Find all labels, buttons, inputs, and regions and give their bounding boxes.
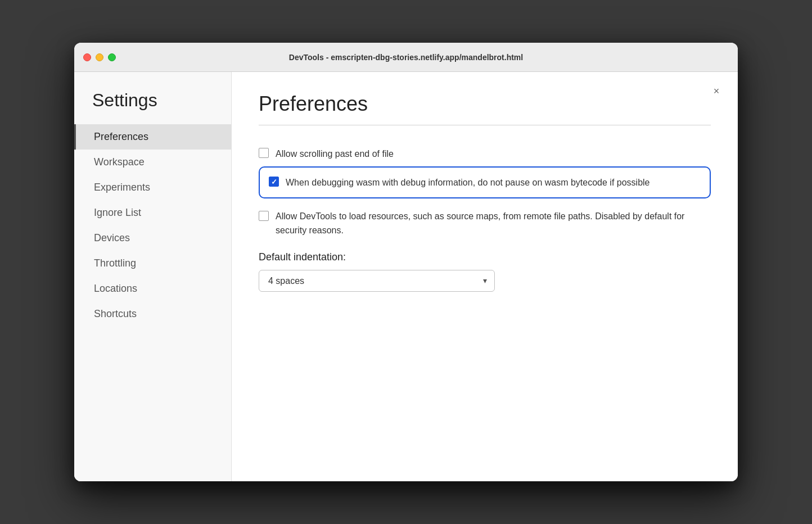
sidebar-item-experiments[interactable]: Experiments <box>74 175 231 200</box>
wasm-debug-checkbox-wrapper <box>269 175 279 187</box>
indentation-select-wrapper: 2 spaces 4 spaces 8 spaces Tab character… <box>259 270 495 292</box>
indentation-label: Default indentation: <box>259 251 711 263</box>
sidebar-item-throttling[interactable]: Throttling <box>74 251 231 276</box>
source-maps-row: Allow DevTools to load resources, such a… <box>259 210 711 238</box>
sidebar-item-ignore-list[interactable]: Ignore List <box>74 200 231 225</box>
settings-heading: Settings <box>74 90 231 124</box>
traffic-lights <box>83 53 116 61</box>
wasm-debug-row: When debugging wasm with debug informati… <box>259 166 711 198</box>
source-maps-checkbox[interactable] <box>259 211 269 221</box>
window-title: DevTools - emscripten-dbg-stories.netlif… <box>289 53 523 62</box>
settings-sidebar: Settings Preferences Workspace Experimen… <box>74 72 232 481</box>
allow-scrolling-checkbox-wrapper <box>259 147 269 158</box>
indentation-section: Default indentation: 2 spaces 4 spaces 8… <box>259 251 711 292</box>
devtools-window: DevTools - emscripten-dbg-stories.netlif… <box>74 43 738 481</box>
sidebar-item-shortcuts[interactable]: Shortcuts <box>74 301 231 327</box>
sidebar-item-devices[interactable]: Devices <box>74 225 231 251</box>
wasm-debug-checkbox[interactable] <box>269 177 279 187</box>
close-button[interactable]: × <box>709 83 724 99</box>
title-bar: DevTools - emscripten-dbg-stories.netlif… <box>74 43 738 72</box>
source-maps-checkbox-wrapper <box>259 210 269 221</box>
section-title: Preferences <box>259 92 711 116</box>
section-divider <box>259 125 711 125</box>
allow-scrolling-row: Allow scrolling past end of file <box>259 141 711 166</box>
maximize-traffic-light[interactable] <box>108 53 116 61</box>
wasm-debug-label: When debugging wasm with debug informati… <box>286 175 650 189</box>
window-body: Settings Preferences Workspace Experimen… <box>74 72 738 481</box>
close-traffic-light[interactable] <box>83 53 91 61</box>
allow-scrolling-checkbox[interactable] <box>259 148 269 158</box>
sidebar-item-preferences[interactable]: Preferences <box>74 124 231 150</box>
allow-scrolling-label: Allow scrolling past end of file <box>276 147 394 161</box>
main-content: × Preferences Allow scrolling past end o… <box>232 72 738 481</box>
minimize-traffic-light[interactable] <box>96 53 103 61</box>
source-maps-label: Allow DevTools to load resources, such a… <box>276 210 711 238</box>
sidebar-item-locations[interactable]: Locations <box>74 276 231 301</box>
sidebar-item-workspace[interactable]: Workspace <box>74 150 231 175</box>
indentation-select[interactable]: 2 spaces 4 spaces 8 spaces Tab character <box>259 270 495 292</box>
